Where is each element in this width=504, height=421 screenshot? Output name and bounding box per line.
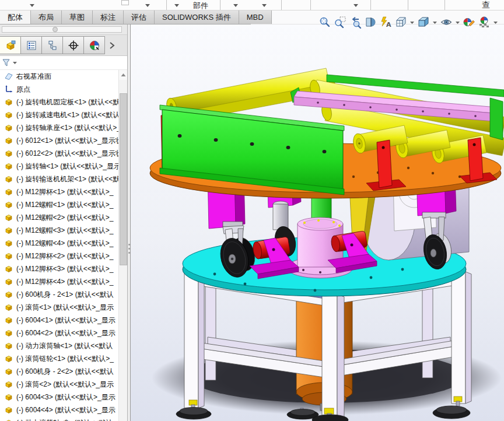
tree-item[interactable]: (-) 旋转减速电机<1> (默认<<默认>_显示 (0, 108, 118, 121)
chevron-down-icon[interactable] (410, 16, 415, 29)
chevron-down-icon[interactable] (354, 4, 358, 7)
tree-item[interactable]: (-) 旋转输送机机架<1> (默认<<默 (0, 173, 118, 185)
tree-item-label: (-) 旋转输送机机架<1> (默认<<默 (16, 174, 118, 184)
tab-featuremanager-design-tree[interactable] (0, 36, 21, 54)
graphics-viewport[interactable] (131, 24, 504, 421)
tree-item[interactable]: (-) 6012<2> (默认<<默认>_显示状 (0, 147, 118, 160)
section-view-icon[interactable] (364, 16, 377, 29)
command-tab[interactable]: 草图 (62, 10, 93, 24)
scroll-up-arrow[interactable] (119, 70, 128, 80)
tab-configurationmanager[interactable] (41, 36, 63, 54)
part-icon (4, 290, 13, 299)
tree-item[interactable]: (-) 旋转电机固定板<1> (默认<<默认>_显示 (0, 96, 118, 108)
command-tab[interactable]: 布局 (31, 10, 62, 24)
tree-item[interactable]: (-) M12脚杯<3> (默认<<默认>_ (0, 262, 118, 275)
tree-item[interactable]: (-) 600机身 - 2<2> (默认<<默认 (0, 365, 118, 378)
command-tab-label: 配体 (8, 13, 23, 22)
part-icon (4, 367, 13, 376)
toolbar-separator (370, 0, 371, 10)
tree-item[interactable]: (-) 旋转轴承座<1> (默认<<默认>_显示 (0, 121, 118, 134)
tree-item[interactable]: 原点 (0, 83, 118, 96)
view-orientation-icon[interactable] (394, 16, 407, 29)
command-tab[interactable]: 配体 (0, 10, 31, 24)
tree-item[interactable]: (-) 旋转轴<1> (默认<<默认>_显示 (0, 160, 118, 173)
tab-dimxpertmanager[interactable] (62, 36, 84, 54)
annotation-visibility-icon[interactable]: A (379, 16, 392, 29)
tree-item[interactable]: (-) M12螺帽<1> (默认<<默认>_ (0, 198, 118, 211)
part-icon (4, 226, 13, 235)
tree-item[interactable]: (-) 滚筒链轮<1> (默认<<默认>_ (0, 352, 118, 365)
tree-item[interactable]: (-) 600机身 - 2<1> (默认<<默认 (0, 288, 118, 301)
tree-item[interactable]: (-) 滚筒<2> (默认<<默认>_显示 (0, 378, 118, 391)
tree-item[interactable]: (-) M12脚杯<1> (默认<<默认>_ (0, 185, 118, 198)
chevron-down-icon[interactable] (145, 4, 150, 7)
chevron-up-icon (121, 73, 126, 77)
tree-item[interactable]: (-) M12脚杯<2> (默认<<默认>_ (0, 250, 118, 262)
toolbar-separator (220, 0, 220, 10)
display-style-icon[interactable] (417, 16, 430, 29)
apply-scene-icon[interactable] (478, 16, 491, 29)
tree-item[interactable]: (-) M12螺帽<4> (默认<<默认>_ (0, 237, 118, 250)
scrollbar-thumb[interactable] (120, 93, 127, 265)
chevron-down-icon[interactable] (12, 60, 18, 66)
tree-item[interactable]: (-) 滚筒<1> (默认<<默认>_显示 (0, 301, 118, 314)
panel-scroll-groove[interactable] (2, 26, 122, 33)
part-icon (4, 123, 13, 132)
command-tab[interactable]: SOLIDWORKS 插件 (155, 10, 239, 24)
tree-scrollbar[interactable] (118, 70, 127, 421)
command-tab-bar: 配体 布局 草图 标注 评估 SOLIDWORKS 插件 MBD (0, 10, 251, 24)
zoom-to-area-icon[interactable] (334, 16, 346, 29)
command-tab-label: MBD (247, 13, 264, 22)
tree-item[interactable]: (-) M12螺帽<3> (默认<<默认>_ (0, 224, 118, 237)
toolbar-group-label[interactable]: 部件 (193, 1, 208, 11)
svg-text:A: A (386, 21, 391, 29)
chevron-down-icon[interactable] (262, 4, 267, 7)
chevron-down-icon[interactable] (174, 4, 179, 7)
panel-splitter[interactable] (127, 24, 131, 421)
tree-item-label: (-) 动力滚筒轴<2> (默认<<默认 (16, 418, 113, 421)
part-icon (4, 162, 13, 171)
tab-propertymanager[interactable] (20, 36, 42, 54)
toolbar-separator (408, 0, 408, 10)
part-icon (4, 315, 13, 325)
tree-item[interactable]: (-) 动力滚筒轴<1> (默认<<默认 (0, 339, 118, 352)
hide-show-items-icon[interactable] (440, 16, 453, 29)
tree-item[interactable]: (-) M12螺帽<2> (默认<<默认>_ (0, 211, 118, 224)
tab-displaymanager[interactable] (83, 36, 105, 54)
chevron-down-icon[interactable] (455, 16, 460, 29)
chevron-down-icon[interactable] (30, 4, 34, 7)
tree-item[interactable]: (-) 6004<4> (默认<<默认>_显示 (0, 404, 118, 416)
edit-appearance-icon[interactable] (463, 16, 475, 29)
tree-item[interactable]: (-) 6012<1> (默认<<默认>_显示状 (0, 134, 118, 147)
tree-item-label: (-) 6004<3> (默认<<默认>_显示 (16, 392, 116, 402)
previous-view-icon[interactable] (349, 16, 362, 29)
command-tab[interactable]: 标注 (93, 10, 124, 24)
tree-item[interactable]: (-) 6004<1> (默认<<默认>_显示 (0, 314, 118, 327)
tree-item-label: (-) 600机身 - 2<2> (默认<<默认 (16, 367, 114, 377)
tree-item-label: (-) 滚筒<1> (默认<<默认>_显示 (16, 303, 114, 313)
tree-item[interactable]: (-) M12脚杯<4> (默认<<默认>_ (0, 275, 118, 288)
tree-item-label: (-) 滚筒<2> (默认<<默认>_显示 (16, 380, 114, 390)
part-icon (4, 97, 13, 107)
command-tab[interactable]: 评估 (124, 10, 155, 24)
part-icon (4, 380, 13, 389)
command-tab[interactable]: MBD (239, 10, 272, 24)
tree-item[interactable]: (-) 6004<2> (默认<<默认>_显示 (0, 327, 118, 339)
tree-item[interactable]: (-) 6004<3> (默认<<默认>_显示 (0, 391, 118, 404)
toolbar-icon[interactable] (121, 0, 129, 5)
chevron-down-icon[interactable] (233, 4, 238, 7)
tree-item-label: (-) 旋转减速电机<1> (默认<<默认>_显示 (16, 110, 118, 120)
chevron-down-icon[interactable] (493, 16, 498, 29)
tree-item[interactable]: 右视基准面 (0, 70, 118, 83)
panel-grip-icon[interactable] (52, 27, 58, 32)
panel-expand-button[interactable] (104, 36, 120, 54)
origin-icon (4, 85, 13, 94)
tree-item-label: (-) 6004<4> (默认<<默认>_显示 (16, 405, 116, 415)
filter-icon[interactable] (2, 58, 12, 68)
solidworks-window: 部件 查 配体 布局 草图 标注 评估 SOLIDWORKS 插件 MBD (0, 0, 504, 421)
chevron-down-icon[interactable] (432, 16, 438, 29)
zoom-to-fit-icon[interactable] (318, 16, 331, 29)
tree-item[interactable]: (-) 动力滚筒轴<2> (默认<<默认 (0, 416, 118, 421)
command-tab-label: SOLIDWORKS 插件 (162, 13, 231, 22)
tree-item-label: 原点 (16, 85, 30, 94)
